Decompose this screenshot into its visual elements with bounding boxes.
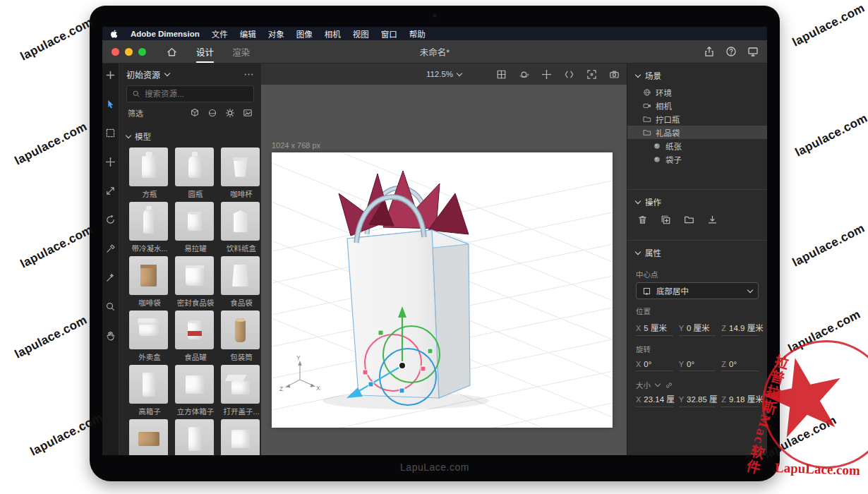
folder2-icon[interactable] [684,215,694,225]
assets-panel-header[interactable]: 初始资源 [119,64,261,85]
position-x-field[interactable]: X5 厘米 [636,322,673,336]
app-name[interactable]: Adobe Dimension [131,30,200,38]
maximize-button[interactable] [138,48,146,56]
window-controls [111,48,146,56]
asset-model[interactable]: 圆瓶 [175,147,216,198]
product-shape [143,373,155,397]
tab-design[interactable]: 设计 [196,40,214,63]
axis-y-label: Y [296,354,301,361]
scene-item[interactable]: 相机 [627,99,767,112]
axis-prefix: X [636,360,641,368]
pivot-select[interactable]: 底部居中 [636,282,759,299]
tool-wand-icon[interactable] [105,272,116,283]
tool-add-icon[interactable] [105,70,116,80]
asset-model[interactable]: 打开盖子... [221,365,261,416]
camera-icon[interactable] [609,69,620,80]
filter-lights-icon[interactable] [225,108,235,118]
asset-model[interactable]: 密封食品袋 [175,256,216,307]
asset-thumb [175,147,214,186]
tab-render[interactable]: 渲染 [232,40,250,63]
properties-header[interactable]: 属性 [627,241,767,263]
page: lapulace.comlapulace.comlapulace.comlapu… [0,0,868,494]
orbit-icon[interactable] [519,69,529,80]
menubar-item[interactable]: 对象 [268,28,284,40]
monitor-icon[interactable] [747,46,759,57]
scene-item[interactable]: 环境 [627,85,767,99]
asset-model[interactable] [175,419,216,455]
menubar-item[interactable]: 图像 [296,28,313,40]
position-z-field[interactable]: Z14.9 厘米 [721,322,759,336]
minimize-button[interactable] [125,48,133,56]
scene-item[interactable]: 袋子 [627,152,767,166]
asset-model[interactable]: 咖啡杯 [221,147,261,198]
menubar-item[interactable]: 文件 [212,28,228,40]
asset-thumb [129,365,168,404]
dolly-icon[interactable] [564,69,574,80]
asset-model[interactable]: 易拉罐 [175,202,216,253]
grid-icon[interactable] [496,69,507,80]
asset-model[interactable]: 食品袋 [221,256,261,307]
share-icon[interactable] [704,46,715,57]
scene-item[interactable]: 拧口瓶 [627,112,767,126]
tool-sampler-icon[interactable] [105,243,116,254]
export-icon[interactable] [707,215,718,225]
field-value: 23.14 厘 [644,393,674,404]
asset-model[interactable] [129,419,170,455]
actions-header[interactable]: 操作 [627,190,767,212]
help-icon[interactable] [725,46,737,57]
tool-select-icon[interactable] [105,99,116,109]
filter-models-icon[interactable] [190,108,200,118]
asset-model[interactable] [221,419,261,455]
rotation-x-field[interactable]: X0° [636,360,673,371]
tool-move-icon[interactable] [105,157,116,167]
ellipsis-menu-icon[interactable] [243,69,254,80]
tool-zoom-icon[interactable] [105,301,116,312]
asset-model[interactable]: 咖啡袋 [129,256,170,307]
trash-icon[interactable] [637,215,648,225]
asset-label: 易拉罐 [175,243,216,253]
menubar-item[interactable]: 视图 [353,28,369,40]
artboard: Y X Z [272,152,613,428]
rotation-y-field[interactable]: Y0° [679,360,716,371]
asset-label: 饮料纸盒 [221,243,261,253]
frame-icon[interactable] [586,69,597,80]
home-icon[interactable] [166,46,178,58]
scene-item[interactable]: 纸张 [627,139,767,152]
position-label: 位置 [627,299,767,319]
scene-header[interactable]: 场景 [627,64,767,85]
models-section-header[interactable]: 模型 [119,124,261,146]
filter-row: 筛选 [119,102,261,124]
link-constrain-icon[interactable] [665,381,673,390]
scene-item[interactable]: 礼品袋 [627,126,767,139]
close-button[interactable] [111,48,119,56]
tool-marquee-icon[interactable] [105,128,116,138]
asset-model[interactable]: 包装筒 [221,311,261,361]
filter-materials-icon[interactable] [207,108,217,118]
search-input[interactable] [145,90,248,98]
tool-hand-icon[interactable] [105,330,116,341]
asset-model[interactable]: 食品罐 [175,311,216,361]
tool-rotate-icon[interactable] [105,215,116,225]
menubar-item[interactable]: 相机 [325,28,341,40]
viewport-3d[interactable]: Y X Z [272,152,613,428]
asset-model[interactable]: 饮料纸盒 [221,202,261,253]
asset-model[interactable]: 高箱子 [129,365,170,416]
asset-model[interactable]: 方瓶 [129,147,170,198]
zoom-control[interactable]: 112.5% [426,70,462,78]
size-y-field[interactable]: Y32.85 厘 [679,393,716,407]
tool-scale-icon[interactable] [105,186,116,196]
size-x-field[interactable]: X23.14 厘 [636,393,673,407]
asset-label: 圆瓶 [175,188,216,198]
asset-model[interactable]: 带冷凝水... [129,202,170,253]
asset-model[interactable]: 立方体箱子 [175,365,216,416]
axis-prefix: Y [679,360,684,368]
position-y-field[interactable]: Y0 厘米 [679,322,716,336]
menubar-item[interactable]: 帮助 [409,28,426,40]
apple-menu-icon[interactable] [109,29,119,38]
filter-images-icon[interactable] [243,108,253,118]
duplicate-icon[interactable] [661,215,671,225]
menubar-item[interactable]: 编辑 [240,28,256,40]
pan-icon[interactable] [541,69,552,80]
menubar-item[interactable]: 窗口 [381,28,397,40]
asset-model[interactable]: 外卖盒 [129,311,170,361]
